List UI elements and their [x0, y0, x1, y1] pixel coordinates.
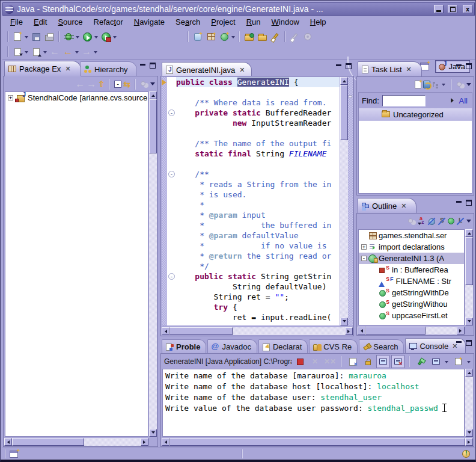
run-button[interactable] [81, 30, 94, 43]
scroll-right-button[interactable] [457, 327, 465, 334]
project-tree-item[interactable]: + StendhalCode [arianne.cvs.source [5, 92, 148, 103]
back-dropdown[interactable] [75, 51, 79, 55]
terminate-button[interactable] [293, 355, 307, 368]
outline-item[interactable]: -GenerateINI 1.3 (A [359, 253, 464, 264]
show-on-stderr-toggle[interactable] [391, 355, 404, 368]
scroll-down-button[interactable] [465, 429, 473, 437]
fold-margin[interactable]: --- [167, 77, 176, 325]
tab-hierarchy[interactable]: Hierarchy [80, 61, 137, 76]
view-mode-dropdown[interactable] [442, 84, 445, 88]
scroll-lock-button[interactable] [361, 355, 374, 368]
package-explorer-tree[interactable]: + StendhalCode [arianne.cvs.source [5, 91, 148, 437]
minimize-view-button[interactable] [139, 63, 146, 69]
outline-item[interactable]: SuppcaseFirstLet [359, 310, 464, 321]
maximize-view-button[interactable] [466, 340, 472, 346]
pin-console-button[interactable] [414, 355, 427, 368]
tab-package-explorer[interactable]: Package Ex [4, 61, 81, 76]
sort-icon[interactable] [418, 217, 426, 226]
scroll-down-button[interactable] [340, 318, 348, 325]
expander-icon[interactable]: + [361, 244, 367, 250]
overview-marker[interactable] [349, 95, 352, 98]
minimize-button[interactable] [434, 5, 444, 13]
new-java-package-button[interactable] [204, 30, 218, 43]
horizontal-scrollbar[interactable] [358, 327, 465, 334]
external-tools-button[interactable] [99, 30, 112, 43]
search-button[interactable] [269, 30, 282, 43]
tab-task-list[interactable]: Task List [358, 61, 422, 77]
display-console-button[interactable] [429, 355, 442, 368]
categorized-view-icon[interactable] [432, 81, 439, 88]
scrollbar-thumb[interactable] [365, 327, 426, 334]
overview-ruler[interactable] [348, 77, 353, 325]
all-link[interactable]: All [459, 96, 468, 105]
outline-item[interactable]: +import declarations [359, 241, 464, 253]
tab-proble[interactable]: Proble [162, 339, 206, 354]
new-task-icon[interactable] [415, 81, 421, 88]
close-icon[interactable] [239, 67, 245, 73]
menu-item-project[interactable]: Project [206, 16, 240, 28]
fold-collapse-icon[interactable]: - [168, 273, 175, 280]
scroll-left-button[interactable] [4, 438, 12, 446]
scrollbar-thumb[interactable] [169, 327, 233, 335]
outline-tree[interactable]: games.stendhal.ser+import declarations-G… [358, 229, 465, 325]
fast-view-button[interactable] [10, 451, 18, 458]
scrollbar-thumb[interactable] [169, 438, 465, 446]
scrollbar-thumb[interactable] [149, 99, 157, 153]
external-tools-dropdown[interactable] [113, 36, 117, 40]
debug-dropdown[interactable] [76, 36, 79, 40]
menu-item-refactor[interactable]: Refactor [88, 16, 129, 28]
outline-item[interactable]: SgetStringWithou [359, 298, 464, 310]
link-with-editor-icon[interactable]: ⇆ [123, 80, 130, 88]
scroll-right-button[interactable] [141, 438, 148, 446]
scrollbar-thumb[interactable] [12, 438, 84, 446]
show-on-stdout-toggle[interactable] [376, 355, 389, 368]
close-button[interactable]: x [463, 5, 472, 13]
scroll-right-button[interactable] [465, 438, 473, 446]
tab-generateini-java[interactable]: GenerateINI.java [162, 62, 252, 77]
scroll-down-button[interactable] [149, 429, 157, 437]
tab-search[interactable]: Search [359, 339, 404, 354]
new-java-class-dropdown[interactable] [231, 36, 235, 40]
view-menu-icon[interactable] [466, 220, 471, 225]
scroll-left-button[interactable] [358, 327, 365, 334]
minimize-view-button[interactable] [335, 63, 342, 69]
horizontal-scrollbar[interactable] [162, 438, 473, 446]
category-uncategorized[interactable]: Uncategorized [359, 108, 472, 121]
maximize-view-button[interactable] [346, 63, 352, 69]
tab-cvs-re[interactable]: CVS Re [309, 339, 358, 354]
minimize-view-button[interactable] [456, 340, 462, 346]
fold-collapse-icon[interactable]: - [168, 109, 175, 116]
scroll-left-button[interactable] [162, 438, 169, 446]
outline-item[interactable]: Sin : BufferedRea [359, 264, 464, 276]
expander-icon[interactable]: - [361, 256, 367, 261]
outline-item[interactable]: SgetStringWithDe [359, 287, 464, 298]
minimize-view-button[interactable] [456, 200, 462, 206]
open-console-button[interactable] [451, 355, 465, 368]
menu-item-source[interactable]: Source [52, 16, 88, 28]
tab-javadoc[interactable]: Javadoc [207, 339, 257, 354]
find-expand-icon[interactable] [451, 98, 456, 103]
editor-horizontal-scrollbar[interactable] [162, 327, 353, 335]
scroll-up-button[interactable] [465, 369, 473, 377]
scroll-up-button[interactable] [340, 77, 348, 85]
view-menu-icon[interactable] [466, 83, 471, 88]
menu-item-window[interactable]: Window [266, 16, 305, 28]
scrollbar-thumb[interactable] [465, 237, 473, 285]
notification-icon[interactable] [462, 450, 470, 458]
editor-vertical-scrollbar[interactable] [340, 77, 348, 325]
find-input[interactable] [382, 95, 426, 106]
hide-fields-icon[interactable] [427, 217, 436, 226]
tab-declarat[interactable]: Declarat [258, 339, 308, 354]
scroll-up-button[interactable] [465, 229, 473, 237]
maximize-button[interactable] [448, 5, 457, 13]
title-bar[interactable]: Java - StendhalCode/src/games/stendhal/s… [2, 2, 475, 16]
scroll-up-button[interactable] [149, 91, 157, 99]
new-wizard-dropdown[interactable] [25, 36, 28, 40]
outline-item[interactable]: SFFILENAME : Str [359, 276, 464, 287]
open-console-dropdown[interactable] [467, 361, 471, 365]
back-button[interactable]: ← [61, 45, 75, 58]
up-icon[interactable]: ⇧ [98, 80, 105, 88]
scroll-down-button[interactable] [465, 318, 473, 325]
marker-bar[interactable] [162, 77, 167, 325]
minimize-view-button[interactable] [456, 63, 462, 69]
